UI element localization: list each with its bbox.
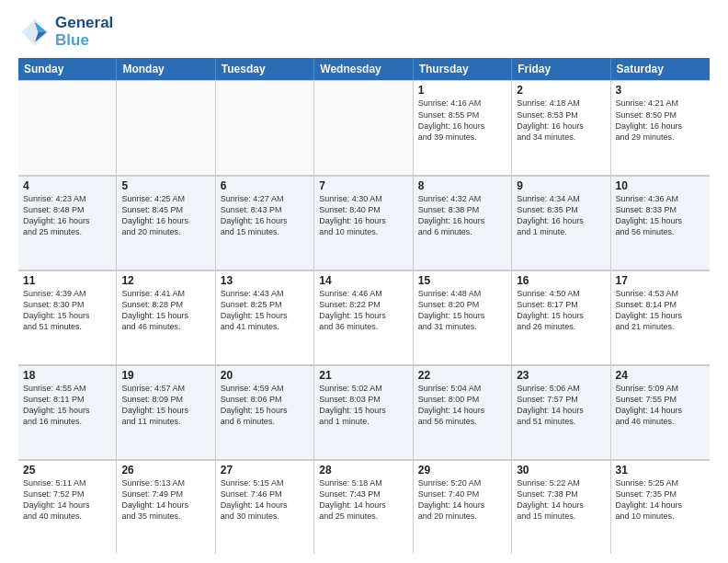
day-number: 22 — [418, 369, 506, 382]
calendar-header: SundayMondayTuesdayWednesdayThursdayFrid… — [18, 58, 710, 80]
calendar-cell: 11Sunrise: 4:39 AM Sunset: 8:30 PM Dayli… — [18, 270, 117, 364]
calendar-cell: 19Sunrise: 4:57 AM Sunset: 8:09 PM Dayli… — [117, 365, 215, 459]
day-number: 17 — [616, 274, 705, 287]
weekday-header-monday: Monday — [117, 58, 215, 80]
cell-info: Sunrise: 5:22 AM Sunset: 7:38 PM Dayligh… — [517, 477, 605, 523]
calendar-cell: 4Sunrise: 4:23 AM Sunset: 8:48 PM Daylig… — [18, 176, 117, 270]
calendar-row-2: 11Sunrise: 4:39 AM Sunset: 8:30 PM Dayli… — [18, 270, 710, 365]
day-number: 26 — [121, 464, 210, 477]
cell-info: Sunrise: 4:43 AM Sunset: 8:25 PM Dayligh… — [221, 288, 309, 333]
cell-info: Sunrise: 4:32 AM Sunset: 8:38 PM Dayligh… — [418, 193, 506, 238]
calendar-cell: 8Sunrise: 4:32 AM Sunset: 8:38 PM Daylig… — [414, 176, 512, 270]
cell-info: Sunrise: 5:04 AM Sunset: 8:00 PM Dayligh… — [418, 383, 506, 428]
calendar-cell: 26Sunrise: 5:13 AM Sunset: 7:49 PM Dayli… — [117, 460, 215, 554]
day-number: 19 — [121, 369, 210, 382]
calendar-cell: 31Sunrise: 5:25 AM Sunset: 7:35 PM Dayli… — [611, 460, 710, 554]
calendar-cell: 20Sunrise: 4:59 AM Sunset: 8:06 PM Dayli… — [216, 365, 314, 459]
calendar-cell: 6Sunrise: 4:27 AM Sunset: 8:43 PM Daylig… — [216, 176, 314, 270]
day-number: 4 — [23, 179, 111, 192]
cell-info: Sunrise: 5:02 AM Sunset: 8:03 PM Dayligh… — [319, 383, 407, 428]
calendar-cell — [216, 80, 314, 174]
cell-info: Sunrise: 4:41 AM Sunset: 8:28 PM Dayligh… — [121, 288, 210, 333]
calendar-cell — [314, 80, 413, 174]
cell-info: Sunrise: 4:55 AM Sunset: 8:11 PM Dayligh… — [23, 383, 111, 428]
calendar-cell: 2Sunrise: 4:18 AM Sunset: 8:53 PM Daylig… — [512, 80, 610, 174]
calendar-cell: 5Sunrise: 4:25 AM Sunset: 8:45 PM Daylig… — [117, 176, 215, 270]
calendar-cell: 16Sunrise: 4:50 AM Sunset: 8:17 PM Dayli… — [512, 270, 610, 364]
calendar-body: 1Sunrise: 4:16 AM Sunset: 8:55 PM Daylig… — [18, 80, 710, 554]
day-number: 13 — [221, 274, 309, 287]
calendar-cell: 3Sunrise: 4:21 AM Sunset: 8:50 PM Daylig… — [611, 80, 710, 174]
day-number: 16 — [517, 274, 605, 287]
calendar: SundayMondayTuesdayWednesdayThursdayFrid… — [18, 58, 710, 554]
day-number: 2 — [517, 84, 605, 97]
day-number: 18 — [23, 369, 111, 382]
cell-info: Sunrise: 4:30 AM Sunset: 8:40 PM Dayligh… — [319, 193, 407, 238]
day-number: 15 — [418, 274, 506, 287]
day-number: 27 — [221, 464, 309, 477]
weekday-header-thursday: Thursday — [414, 58, 512, 80]
day-number: 24 — [616, 369, 705, 382]
cell-info: Sunrise: 5:25 AM Sunset: 7:35 PM Dayligh… — [616, 477, 705, 523]
cell-info: Sunrise: 4:57 AM Sunset: 8:09 PM Dayligh… — [121, 383, 210, 428]
weekday-header-wednesday: Wednesday — [314, 58, 413, 80]
weekday-header-sunday: Sunday — [18, 58, 117, 80]
day-number: 3 — [616, 84, 705, 97]
calendar-cell: 22Sunrise: 5:04 AM Sunset: 8:00 PM Dayli… — [414, 365, 512, 459]
calendar-cell: 13Sunrise: 4:43 AM Sunset: 8:25 PM Dayli… — [216, 270, 314, 364]
cell-info: Sunrise: 4:46 AM Sunset: 8:22 PM Dayligh… — [319, 288, 407, 333]
cell-info: Sunrise: 4:53 AM Sunset: 8:14 PM Dayligh… — [616, 288, 705, 333]
cell-info: Sunrise: 4:25 AM Sunset: 8:45 PM Dayligh… — [121, 193, 210, 238]
header: General Blue — [18, 15, 710, 49]
calendar-row-0: 1Sunrise: 4:16 AM Sunset: 8:55 PM Daylig… — [18, 80, 710, 175]
calendar-row-1: 4Sunrise: 4:23 AM Sunset: 8:48 PM Daylig… — [18, 176, 710, 270]
day-number: 7 — [319, 179, 407, 192]
cell-info: Sunrise: 5:09 AM Sunset: 7:55 PM Dayligh… — [616, 383, 705, 428]
logo: General Blue — [18, 15, 113, 49]
day-number: 9 — [517, 179, 605, 192]
cell-info: Sunrise: 4:36 AM Sunset: 8:33 PM Dayligh… — [616, 193, 705, 238]
cell-info: Sunrise: 4:27 AM Sunset: 8:43 PM Dayligh… — [221, 193, 309, 238]
cell-info: Sunrise: 5:15 AM Sunset: 7:46 PM Dayligh… — [221, 477, 309, 523]
cell-info: Sunrise: 4:16 AM Sunset: 8:55 PM Dayligh… — [418, 98, 506, 143]
logo-text: General Blue — [55, 15, 113, 49]
calendar-cell: 10Sunrise: 4:36 AM Sunset: 8:33 PM Dayli… — [611, 176, 710, 270]
day-number: 29 — [418, 464, 506, 477]
day-number: 14 — [319, 274, 407, 287]
calendar-cell: 12Sunrise: 4:41 AM Sunset: 8:28 PM Dayli… — [117, 270, 215, 364]
calendar-cell: 14Sunrise: 4:46 AM Sunset: 8:22 PM Dayli… — [314, 270, 413, 364]
calendar-cell: 30Sunrise: 5:22 AM Sunset: 7:38 PM Dayli… — [512, 460, 610, 554]
cell-info: Sunrise: 4:59 AM Sunset: 8:06 PM Dayligh… — [221, 383, 309, 428]
cell-info: Sunrise: 4:50 AM Sunset: 8:17 PM Dayligh… — [517, 288, 605, 333]
calendar-cell: 15Sunrise: 4:48 AM Sunset: 8:20 PM Dayli… — [414, 270, 512, 364]
day-number: 8 — [418, 179, 506, 192]
cell-info: Sunrise: 4:34 AM Sunset: 8:35 PM Dayligh… — [517, 193, 605, 238]
logo-icon — [18, 16, 51, 49]
calendar-cell: 9Sunrise: 4:34 AM Sunset: 8:35 PM Daylig… — [512, 176, 610, 270]
cell-info: Sunrise: 5:20 AM Sunset: 7:40 PM Dayligh… — [418, 477, 506, 523]
calendar-cell: 21Sunrise: 5:02 AM Sunset: 8:03 PM Dayli… — [314, 365, 413, 459]
day-number: 28 — [319, 464, 407, 477]
cell-info: Sunrise: 4:23 AM Sunset: 8:48 PM Dayligh… — [23, 193, 111, 238]
cell-info: Sunrise: 4:39 AM Sunset: 8:30 PM Dayligh… — [23, 288, 111, 333]
calendar-cell — [117, 80, 215, 174]
cell-info: Sunrise: 4:18 AM Sunset: 8:53 PM Dayligh… — [517, 98, 605, 143]
calendar-cell: 29Sunrise: 5:20 AM Sunset: 7:40 PM Dayli… — [414, 460, 512, 554]
day-number: 23 — [517, 369, 605, 382]
cell-info: Sunrise: 5:18 AM Sunset: 7:43 PM Dayligh… — [319, 477, 407, 523]
calendar-cell: 18Sunrise: 4:55 AM Sunset: 8:11 PM Dayli… — [18, 365, 117, 459]
calendar-row-4: 25Sunrise: 5:11 AM Sunset: 7:52 PM Dayli… — [18, 460, 710, 554]
calendar-cell — [18, 80, 117, 174]
day-number: 5 — [121, 179, 210, 192]
calendar-cell: 27Sunrise: 5:15 AM Sunset: 7:46 PM Dayli… — [216, 460, 314, 554]
calendar-cell: 25Sunrise: 5:11 AM Sunset: 7:52 PM Dayli… — [18, 460, 117, 554]
cell-info: Sunrise: 5:13 AM Sunset: 7:49 PM Dayligh… — [121, 477, 210, 523]
calendar-cell: 1Sunrise: 4:16 AM Sunset: 8:55 PM Daylig… — [414, 80, 512, 174]
day-number: 25 — [23, 464, 111, 477]
calendar-cell: 7Sunrise: 4:30 AM Sunset: 8:40 PM Daylig… — [314, 176, 413, 270]
page: General Blue SundayMondayTuesdayWednesda… — [0, 0, 728, 563]
day-number: 21 — [319, 369, 407, 382]
day-number: 12 — [121, 274, 210, 287]
calendar-cell: 24Sunrise: 5:09 AM Sunset: 7:55 PM Dayli… — [611, 365, 710, 459]
calendar-cell: 17Sunrise: 4:53 AM Sunset: 8:14 PM Dayli… — [611, 270, 710, 364]
